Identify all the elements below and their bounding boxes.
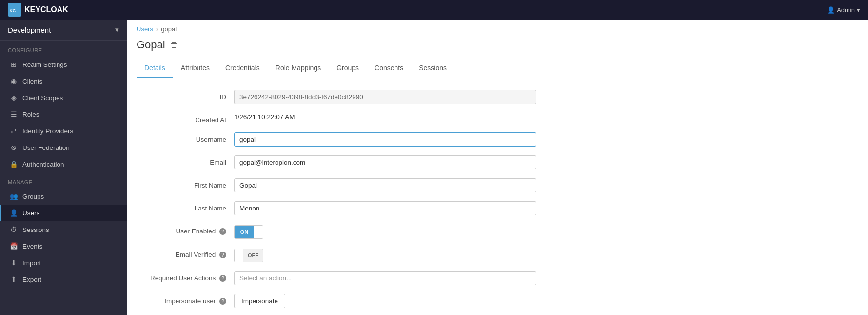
realm-selector[interactable]: Development ▾	[0, 20, 127, 41]
page-header: Gopal 🗑	[127, 37, 868, 59]
required-user-actions-field: Select an action...	[234, 271, 536, 285]
first-name-field	[234, 178, 536, 192]
sidebar-item-users[interactable]: 👤 Users	[0, 205, 127, 221]
sidebar-item-realm-settings[interactable]: ⊞ Realm Settings	[0, 56, 127, 73]
sidebar-item-sessions[interactable]: ⏱ Sessions	[0, 221, 127, 238]
sidebar-item-identity-providers[interactable]: ⇄ Identity Providers	[0, 123, 127, 139]
sidebar-item-label: Events	[22, 243, 42, 250]
last-name-label: Last Name	[137, 201, 234, 212]
sidebar-item-user-federation[interactable]: ⊗ User Federation	[0, 139, 127, 156]
tab-role-mappings[interactable]: Role Mappings	[268, 59, 329, 78]
id-input[interactable]	[234, 90, 536, 104]
sidebar-item-events[interactable]: 📅 Events	[0, 238, 127, 254]
email-verified-row: Email Verified ? OFF	[137, 248, 858, 262]
email-verified-toggle[interactable]: OFF	[234, 249, 536, 262]
sidebar-item-label: User Federation	[22, 144, 70, 151]
sidebar-item-import[interactable]: ⬇ Import	[0, 254, 127, 271]
tab-groups[interactable]: Groups	[329, 59, 367, 78]
sidebar-item-label: Sessions	[22, 226, 49, 233]
username-field	[234, 132, 536, 147]
user-enabled-help-icon[interactable]: ?	[219, 228, 226, 235]
sidebar: Development ▾ Configure ⊞ Realm Settings…	[0, 20, 127, 315]
tab-sessions[interactable]: Sessions	[411, 59, 454, 78]
sidebar-item-label: Export	[22, 276, 41, 283]
tab-credentials[interactable]: Credentials	[217, 59, 268, 78]
sidebar-item-roles[interactable]: ☰ Roles	[0, 106, 127, 123]
user-enabled-toggle[interactable]: ON	[234, 225, 536, 239]
keycloak-logo-icon: KC	[8, 3, 21, 17]
toggle-off-label: OFF	[243, 249, 263, 262]
sidebar-item-export[interactable]: ⬆ Export	[0, 271, 127, 288]
configure-section-label: Configure	[0, 41, 127, 56]
email-verified-help-icon[interactable]: ?	[219, 252, 226, 258]
email-verified-label: Email Verified	[176, 251, 216, 258]
content-area: Users › gopal Gopal 🗑 Details Attributes…	[127, 20, 868, 315]
id-label: ID	[137, 90, 234, 101]
user-enabled-toggle-control[interactable]: ON	[234, 225, 263, 239]
events-icon: 📅	[10, 242, 18, 250]
sidebar-item-label: Identity Providers	[22, 127, 73, 135]
realm-name: Development	[8, 26, 51, 34]
sidebar-item-client-scopes[interactable]: ◈ Client Scopes	[0, 89, 127, 106]
username-row: Username	[137, 132, 858, 147]
created-at-label: Created At	[137, 113, 234, 124]
id-row: ID	[137, 90, 858, 104]
tab-details[interactable]: Details	[137, 59, 173, 78]
sidebar-item-label: Authentication	[22, 161, 64, 168]
username-input[interactable]	[234, 132, 536, 147]
clients-icon: ◉	[10, 77, 18, 85]
breadcrumb-current: gopal	[161, 25, 177, 33]
email-verified-field: OFF	[234, 248, 536, 262]
toggle-on-track	[254, 226, 263, 238]
user-icon: 👤	[827, 6, 835, 14]
tab-attributes[interactable]: Attributes	[173, 59, 217, 78]
sidebar-item-label: Client Scopes	[22, 94, 63, 102]
email-input[interactable]	[234, 155, 536, 169]
details-form: ID Created At 1/26/21 10:22:07 AM Userna…	[127, 78, 868, 315]
page-title: Gopal	[137, 39, 165, 51]
client-scopes-icon: ◈	[10, 94, 18, 102]
toggle-on-label: ON	[235, 226, 254, 238]
user-federation-icon: ⊗	[10, 144, 18, 151]
sessions-icon: ⏱	[10, 226, 18, 233]
sidebar-item-authentication[interactable]: 🔒 Authentication	[0, 156, 127, 172]
breadcrumb: Users › gopal	[127, 20, 868, 37]
sidebar-item-label: Realm Settings	[22, 61, 67, 68]
impersonate-user-help-icon[interactable]: ?	[219, 298, 226, 305]
manage-section-label: Manage	[0, 172, 127, 188]
sidebar-item-label: Groups	[22, 193, 44, 200]
created-at-value: 1/26/21 10:22:07 AM	[234, 113, 536, 121]
export-icon: ⬆	[10, 275, 18, 283]
sidebar-item-label: Clients	[22, 78, 42, 85]
authentication-icon: 🔒	[10, 160, 18, 168]
first-name-input[interactable]	[234, 178, 536, 192]
impersonate-user-label-wrap: Impersonate user ?	[137, 294, 234, 305]
email-field	[234, 155, 536, 169]
required-user-actions-label-wrap: Required User Actions ?	[137, 271, 234, 282]
breadcrumb-users-link[interactable]: Users	[137, 25, 153, 33]
required-user-actions-help-icon[interactable]: ?	[219, 275, 226, 282]
tabs-bar: Details Attributes Credentials Role Mapp…	[127, 59, 868, 78]
last-name-field	[234, 201, 536, 215]
impersonate-user-label: Impersonate user	[164, 297, 216, 305]
impersonate-button[interactable]: Impersonate	[234, 294, 285, 308]
created-at-text: 1/26/21 10:22:07 AM	[234, 110, 295, 121]
sidebar-item-label: Import	[22, 259, 41, 267]
sidebar-item-label: Roles	[22, 111, 39, 118]
delete-user-icon[interactable]: 🗑	[170, 41, 178, 49]
required-user-actions-select[interactable]: Select an action...	[234, 271, 536, 285]
sidebar-item-clients[interactable]: ◉ Clients	[0, 73, 127, 89]
sidebar-item-groups[interactable]: 👥 Groups	[0, 188, 127, 205]
breadcrumb-separator: ›	[156, 25, 158, 33]
email-verified-toggle-control[interactable]: OFF	[234, 249, 263, 262]
tab-consents[interactable]: Consents	[367, 59, 411, 78]
user-enabled-row: User Enabled ? ON	[137, 224, 858, 239]
user-menu[interactable]: 👤 Admin ▾	[827, 6, 860, 14]
last-name-input[interactable]	[234, 201, 536, 215]
realm-chevron-icon: ▾	[115, 25, 119, 34]
navbar: KC KEYCLOAK 👤 Admin ▾	[0, 0, 868, 20]
last-name-row: Last Name	[137, 201, 858, 215]
first-name-row: First Name	[137, 178, 858, 192]
groups-icon: 👥	[10, 192, 18, 200]
main-layout: Development ▾ Configure ⊞ Realm Settings…	[0, 20, 868, 315]
